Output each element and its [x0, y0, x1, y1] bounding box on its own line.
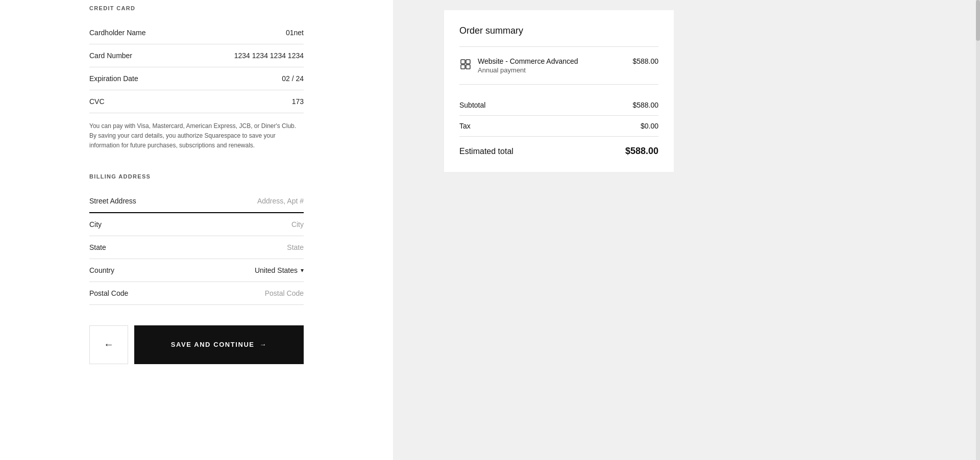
order-item-info: Website - Commerce Advanced Annual payme… [459, 57, 578, 74]
postal-code-row: Postal Code [89, 282, 304, 305]
street-address-row: Street Address [89, 190, 304, 213]
state-row: State [89, 236, 304, 259]
svg-rect-2 [461, 65, 465, 69]
save-and-continue-button[interactable]: SAVE AND CONTINUE → [134, 325, 304, 364]
back-arrow-icon: ← [104, 339, 114, 350]
postal-code-label: Postal Code [89, 289, 128, 297]
cardholder-name-label: Cardholder Name [89, 29, 146, 37]
subtotal-value: $588.00 [632, 101, 658, 109]
cardholder-name-row: Cardholder Name 01net [89, 21, 304, 44]
left-panel: CREDIT CARD Cardholder Name 01net Card N… [0, 0, 393, 460]
scrollbar-thumb[interactable] [976, 0, 980, 41]
country-value: United States [255, 266, 298, 274]
estimated-total-label: Estimated total [459, 147, 513, 156]
product-icon [459, 58, 472, 70]
order-item-row: Website - Commerce Advanced Annual payme… [459, 57, 658, 85]
card-number-value: 1234 1234 1234 1234 [234, 52, 304, 60]
card-number-row: Card Number 1234 1234 1234 1234 [89, 44, 304, 67]
subtotal-line: Subtotal $588.00 [459, 95, 658, 116]
actions-row: ← SAVE AND CONTINUE → [89, 325, 304, 364]
order-item-details: Website - Commerce Advanced Annual payme… [478, 57, 578, 74]
street-address-label: Street Address [89, 197, 136, 205]
order-summary-title: Order summary [459, 25, 658, 47]
postal-code-input[interactable] [176, 289, 304, 297]
city-input[interactable] [176, 220, 304, 228]
cvc-value: 173 [292, 97, 304, 106]
tax-value: $0.00 [641, 122, 658, 130]
back-button[interactable]: ← [89, 325, 128, 364]
street-address-input[interactable] [176, 197, 304, 205]
country-row[interactable]: Country United States ▾ [89, 259, 304, 282]
cvc-label: CVC [89, 97, 105, 106]
total-line: Estimated total $588.00 [459, 137, 658, 157]
svg-rect-1 [466, 60, 470, 64]
city-label: City [89, 220, 102, 228]
state-input[interactable] [176, 243, 304, 251]
right-panel: Order summary Website - Commerce Advance… [393, 0, 980, 460]
save-continue-label: SAVE AND CONTINUE [171, 341, 255, 348]
product-price: $588.00 [632, 57, 658, 65]
state-label: State [89, 243, 106, 251]
tax-line: Tax $0.00 [459, 116, 658, 137]
country-label: Country [89, 266, 114, 274]
expiration-date-label: Expiration Date [89, 74, 138, 83]
product-billing: Annual payment [478, 66, 578, 74]
scrollbar[interactable] [976, 0, 980, 460]
subtotal-label: Subtotal [459, 101, 485, 109]
order-summary-card: Order summary Website - Commerce Advance… [444, 10, 674, 172]
estimated-total-value: $588.00 [625, 146, 658, 157]
cardholder-name-value: 01net [286, 29, 304, 37]
credit-card-section-label: CREDIT CARD [89, 5, 304, 11]
cvc-row: CVC 173 [89, 90, 304, 113]
svg-rect-3 [466, 65, 470, 69]
svg-rect-0 [461, 60, 465, 64]
arrow-right-icon: → [260, 341, 267, 348]
payment-note: You can pay with Visa, Mastercard, Ameri… [89, 121, 304, 151]
billing-address-section-label: BILLING ADDRESS [89, 173, 304, 180]
expiration-date-row: Expiration Date 02 / 24 [89, 67, 304, 90]
card-number-label: Card Number [89, 52, 132, 60]
country-select-wrapper[interactable]: United States ▾ [255, 266, 304, 274]
chevron-down-icon: ▾ [301, 267, 304, 274]
credit-card-section: CREDIT CARD Cardholder Name 01net Card N… [89, 0, 304, 163]
tax-label: Tax [459, 122, 471, 130]
product-name: Website - Commerce Advanced [478, 57, 578, 65]
expiration-date-value: 02 / 24 [282, 74, 304, 83]
city-row: City [89, 213, 304, 236]
billing-address-section: BILLING ADDRESS Street Address City Stat… [89, 168, 304, 305]
